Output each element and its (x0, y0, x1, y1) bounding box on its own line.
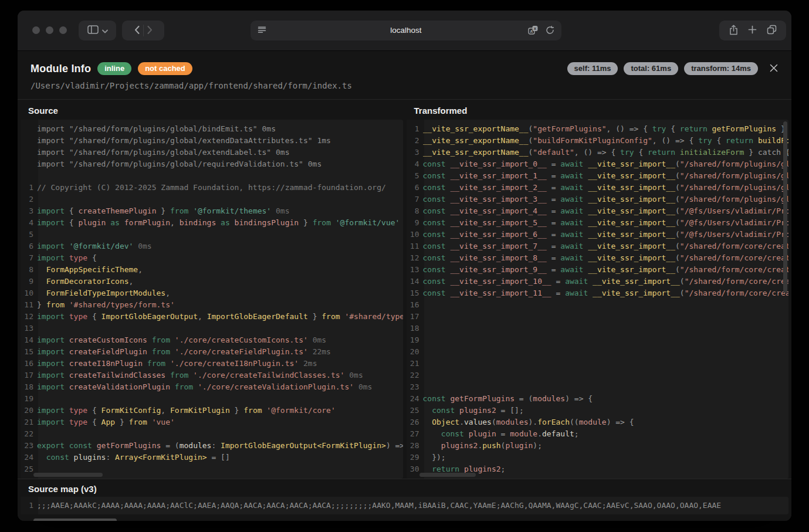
line-number: 23 (21, 440, 37, 452)
code-text (423, 311, 789, 323)
code-text (423, 323, 789, 334)
code-text: const __vite_ssr_import_5__ = await __vi… (423, 217, 789, 229)
code-text: return plugins2; (423, 463, 789, 475)
module-path: /Users/vladimir/Projects/zammad/app/fron… (31, 81, 778, 90)
code-text: const __vite_ssr_import_3__ = await __vi… (423, 194, 789, 205)
line-number (21, 170, 37, 182)
sidebar-button-group (79, 21, 116, 40)
forward-button[interactable] (147, 26, 153, 36)
code-text: } from '#shared/types/form.ts' (37, 299, 403, 311)
code-text: FormDecoratorIcons, (37, 276, 403, 287)
code-line: 28 plugins2.push(plugin); (407, 440, 789, 452)
code-line: 11const __vite_ssr_import_7__ = await __… (407, 240, 789, 252)
code-line: import "/shared/form/plugins/global/bind… (21, 123, 403, 135)
svg-text:A: A (530, 29, 533, 33)
code-line: 26 Object.values(modules).forEach((modul… (407, 416, 789, 428)
line-number: 9 (21, 276, 37, 287)
transformed-code-editor[interactable]: 1__vite_ssr_exportName__("getFormPlugins… (407, 120, 789, 479)
timing-badges: self: 11ms total: 61ms transform: 14ms (567, 62, 758, 75)
code-line: 21import type { App } from 'vue' (21, 416, 403, 428)
code-line: 25 const plugins2 = []; (407, 405, 789, 416)
code-line: 1// Copyright (C) 2012-2025 Zammad Found… (21, 182, 403, 194)
code-line: 8const __vite_ssr_import_4__ = await __v… (407, 205, 789, 217)
line-number: 2 (21, 194, 37, 205)
code-text: const __vite_ssr_import_10__ = await __v… (423, 276, 789, 287)
line-number: 19 (407, 334, 423, 346)
inline-badge: inline (97, 62, 131, 75)
line-number: 19 (21, 393, 37, 405)
sourcemap-horizontal-scrollbar-thumb[interactable] (33, 519, 117, 521)
sidebar-toggle-button[interactable] (87, 25, 99, 36)
new-tab-button[interactable] (748, 25, 757, 36)
line-number: 29 (407, 452, 423, 463)
code-text: import '@formkit/dev' 0ms (37, 240, 403, 252)
code-line: 1__vite_ssr_exportName__("getFormPlugins… (407, 123, 789, 135)
line-number: 13 (407, 264, 423, 276)
code-text: import createCustomIcons from './core/cr… (37, 334, 403, 346)
line-number: 21 (407, 358, 423, 370)
translate-icon[interactable]: x A (528, 25, 538, 38)
code-text: const __vite_ssr_import_7__ = await __vi… (423, 240, 789, 252)
code-line: 8 FormAppSpecificTheme, (21, 264, 403, 276)
code-text: const __vite_ssr_import_0__ = await __vi… (423, 158, 789, 170)
code-line: 10 FormFieldTypeImportModules, (21, 287, 403, 299)
share-button[interactable] (729, 25, 738, 37)
line-number: 5 (21, 229, 37, 240)
total-time-badge: total: 61ms (624, 62, 678, 75)
close-button[interactable] (769, 63, 778, 74)
tab-overview-button[interactable] (767, 25, 777, 36)
line-number: 15 (21, 346, 37, 358)
line-number: 16 (407, 299, 423, 311)
code-line: 20 (407, 346, 789, 358)
transformed-vertical-scrollbar-thumb[interactable] (783, 121, 787, 293)
minimize-window-button[interactable] (46, 26, 53, 34)
line-number: 11 (407, 240, 423, 252)
code-line: 23 (407, 381, 789, 393)
code-line: 6const __vite_ssr_import_2__ = await __v… (407, 182, 789, 194)
close-icon (769, 63, 778, 74)
code-text: import type { (37, 252, 403, 264)
line-number: 12 (407, 252, 423, 264)
code-text: plugins2.push(plugin); (423, 440, 789, 452)
chevron-left-icon (134, 26, 140, 36)
code-text: import { createThemePlugin } from '@form… (37, 205, 403, 217)
close-window-button[interactable] (32, 26, 40, 34)
line-number: 28 (407, 440, 423, 452)
code-text: const plugins: Array<FormKitPlugin> = [] (37, 452, 403, 463)
address-bar[interactable]: localhost x A (251, 21, 561, 40)
source-code-editor[interactable]: import "/shared/form/plugins/global/bind… (21, 120, 403, 479)
code-line: 7const __vite_ssr_import_3__ = await __v… (407, 194, 789, 205)
zoom-window-button[interactable] (59, 26, 67, 34)
line-number: 1 (21, 500, 37, 511)
code-text: __vite_ssr_exportName__("getFormPlugins"… (423, 123, 789, 135)
code-text: const __vite_ssr_import_4__ = await __vi… (423, 205, 789, 217)
transformed-horizontal-scrollbar-thumb[interactable] (419, 473, 476, 477)
line-number: 20 (407, 346, 423, 358)
back-button[interactable] (134, 26, 140, 36)
code-text: const __vite_ssr_import_8__ = await __vi… (423, 252, 789, 264)
code-text: import { plugin as formPlugin, bindings … (37, 217, 403, 229)
line-number: 12 (21, 311, 37, 323)
line-number: 22 (407, 370, 423, 381)
reload-icon[interactable] (546, 26, 554, 37)
line-number: 14 (21, 334, 37, 346)
sidebar-menu-button[interactable] (102, 26, 108, 35)
source-horizontal-scrollbar-thumb[interactable] (33, 473, 103, 477)
code-text: import "/shared/form/plugins/global/exte… (37, 147, 403, 158)
code-line: 11} from '#shared/types/form.ts' (21, 299, 403, 311)
code-text: import "/shared/form/plugins/global/requ… (37, 158, 403, 170)
transformed-panel-title: Transformed (407, 100, 789, 120)
code-text: const getFormPlugins = (modules) => { (423, 393, 789, 405)
module-info-header: Module Info inline not cached self: 11ms… (18, 51, 791, 90)
code-text (423, 381, 789, 393)
code-line: 20import type { FormKitConfig, FormKitPl… (21, 405, 403, 416)
code-line: 19 (21, 393, 403, 405)
line-number: 1 (21, 182, 37, 194)
code-text: __vite_ssr_exportName__("buildFormKitPlu… (423, 135, 789, 147)
page-title: Module Info (31, 63, 91, 75)
code-line: 24 const plugins: Array<FormKitPlugin> =… (21, 452, 403, 463)
code-line: 13const __vite_ssr_import_9__ = await __… (407, 264, 789, 276)
module-info-page: Module Info inline not cached self: 11ms… (18, 51, 791, 521)
sourcemap-code-editor[interactable]: 1;;;AAEA;AAAkC;AAAA;AAAA;AAAA;AAClC;AAEA… (21, 497, 788, 514)
code-text (37, 170, 403, 182)
